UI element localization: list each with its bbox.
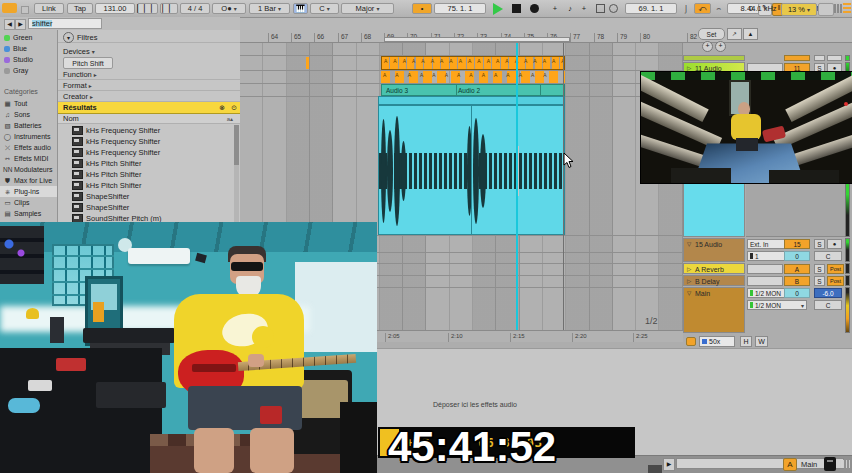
sidebar-item-instruments[interactable]: ◯Instruments	[0, 131, 57, 142]
audio-clip-row[interactable]: Audio 3 Audio 2	[381, 84, 565, 96]
browser-scrollbar[interactable]	[234, 125, 239, 235]
automation-arm-icon[interactable]: •	[412, 3, 432, 14]
nudge-up-icon[interactable]: ▏▏	[160, 3, 178, 14]
crossfade-a-button[interactable]: A	[783, 458, 797, 471]
reverb-routing-box[interactable]	[747, 264, 783, 274]
name-column-header[interactable]: Noma▴	[58, 114, 241, 124]
sidebar-item-sons[interactable]: ♫Sons	[0, 109, 57, 120]
set-locator-button[interactable]: Set	[698, 28, 725, 40]
loop-switch[interactable]: ⤺	[694, 3, 711, 14]
track15-pan-field[interactable]: C	[814, 251, 842, 261]
devices-filter-header[interactable]: Devices▾	[58, 46, 241, 57]
main-volume-field[interactable]: 0	[784, 288, 810, 298]
lock-envelopes-icon[interactable]: ▲	[743, 28, 758, 40]
fit-height-button[interactable]: H	[740, 336, 752, 347]
hot-swap-icon[interactable]: ⊙	[231, 104, 237, 112]
arrangement-position-field[interactable]: 75. 1. 1	[434, 3, 486, 14]
stop-button[interactable]	[512, 4, 521, 13]
sidebar-item-modulateurs[interactable]: NNModulateurs	[0, 164, 57, 175]
link-button[interactable]: Link	[34, 3, 64, 14]
track15-arm-button[interactable]: ●	[827, 239, 842, 249]
horizontal-scrollbar[interactable]	[676, 458, 844, 469]
loop-marker-end-icon[interactable]: +	[715, 41, 726, 52]
label-gray[interactable]: Gray	[0, 65, 57, 76]
unfold-track-icon[interactable]: ▷	[687, 278, 695, 284]
result-row[interactable]: ShapeShifter	[58, 202, 234, 213]
main-gain-field[interactable]: -6.0	[814, 288, 842, 298]
sidebar-item-effets-midi[interactable]: ⇿Effets MIDI	[0, 153, 57, 164]
sidebar-item-batteries[interactable]: ▧Batteries	[0, 120, 57, 131]
track-name-a-reverb[interactable]: ▷A Reverb	[683, 263, 745, 274]
groove-amount-menu[interactable]: O●▾	[212, 3, 246, 14]
sort-icon[interactable]: a▴	[227, 115, 233, 122]
label-blue[interactable]: Blue	[0, 43, 57, 54]
fit-width-button[interactable]: W	[755, 336, 768, 347]
track-name-main[interactable]: ▽Main	[683, 287, 745, 333]
pitch-shift-filter-chip[interactable]: Pitch Shift	[63, 57, 113, 69]
reverb-solo-button[interactable]: S	[814, 264, 825, 274]
result-row[interactable]: kHs Pitch Shifter	[58, 158, 234, 169]
reverb-send-badge[interactable]: A	[784, 264, 810, 274]
unfold-track-icon[interactable]: ▷	[687, 65, 695, 71]
punch-in-icon[interactable]	[596, 4, 605, 13]
result-row[interactable]: kHs Pitch Shifter	[58, 180, 234, 191]
result-row[interactable]: kHs Frequency Shifter	[58, 147, 234, 158]
midi-clip-row-sparse[interactable]: AAAAAAAAAAAAAA	[381, 71, 565, 83]
track15-solo-button[interactable]: S	[814, 239, 825, 249]
label-green[interactable]: Green	[0, 32, 57, 43]
loop-brace[interactable]	[384, 37, 570, 42]
label-studio[interactable]: Studio	[0, 54, 57, 65]
unfold-track-icon[interactable]: ▽	[687, 241, 695, 247]
midi-clip-row-dense[interactable]: AAAAAAAAAAAAAAAAAAAAAA	[381, 56, 565, 70]
delay-post-toggle[interactable]: Post	[827, 276, 844, 286]
delay-routing-box[interactable]	[747, 276, 783, 286]
track14-color-block[interactable]	[683, 183, 745, 237]
main-out-b-menu[interactable]: 1/2 MON▾	[747, 300, 807, 310]
time-signature-field[interactable]: 4 / 4	[180, 3, 210, 14]
punch-out-icon[interactable]	[609, 4, 618, 13]
unfold-track-icon[interactable]: ▽	[687, 290, 695, 296]
new-icon[interactable]: +	[578, 3, 590, 14]
track-partial-arm[interactable]	[827, 55, 842, 61]
track-partial-name[interactable]	[683, 55, 745, 61]
reverb-post-toggle[interactable]: Post	[827, 264, 844, 274]
overdub-icon[interactable]: +	[548, 3, 562, 14]
tempo-field[interactable]: 131.00	[95, 3, 135, 14]
main-pan-field[interactable]: C	[814, 300, 842, 310]
clear-search-icon[interactable]: ⊗	[219, 104, 225, 112]
delay-solo-button[interactable]: S	[814, 276, 825, 286]
audio16-clip-header[interactable]: Audio 16 AAAAAAAAAAAAAA Audio 16 AAAAAAA…	[378, 96, 565, 105]
creator-filter-header[interactable]: Creator▸	[58, 91, 241, 102]
punch-in-switch-icon[interactable]: ⌡	[680, 3, 692, 14]
track-name-15-audio[interactable]: ▽15 Audio	[683, 238, 745, 262]
cue-device-icon[interactable]	[824, 457, 836, 471]
track-partial-solo[interactable]	[814, 55, 825, 61]
loop-start-field[interactable]: 69. 1. 1	[625, 3, 677, 14]
root-note-menu[interactable]: C▾	[310, 3, 339, 14]
function-filter-header[interactable]: Function▸	[58, 69, 241, 80]
track-name-b-delay[interactable]: ▷B Delay	[683, 275, 745, 286]
results-header[interactable]: Résultats ⊗ ⊙	[58, 102, 241, 114]
result-row[interactable]: kHs Frequency Shifter	[58, 125, 234, 136]
cpu-load-meter[interactable]: 13 %▾	[781, 3, 817, 16]
tap-tempo-button[interactable]: Tap	[67, 3, 93, 14]
nudge-down-icon[interactable]: ▏▏▏	[137, 3, 158, 14]
zoom-level-field[interactable]: 50x	[699, 336, 735, 347]
result-row[interactable]: ShapeShifter	[58, 191, 234, 202]
scale-menu[interactable]: Major▾	[341, 3, 394, 14]
format-filter-header[interactable]: Format▸	[58, 80, 241, 91]
track15-volume-field[interactable]: 0	[784, 251, 810, 261]
follow-zoom-icon[interactable]	[686, 337, 696, 346]
sidebar-item-plug-ins[interactable]: ⎈Plug-ins	[0, 186, 57, 197]
sidebar-item-samples[interactable]: ▤Samples	[0, 208, 57, 219]
playhead[interactable]	[516, 43, 518, 330]
unfold-track-icon[interactable]: ▷	[687, 266, 695, 272]
delay-send-badge[interactable]: B	[784, 276, 810, 286]
browser-search-input[interactable]: shifter	[28, 18, 102, 29]
sidebar-item-tout[interactable]: ▦Tout	[0, 98, 57, 109]
sidebar-item-effets-audio[interactable]: ⤫Effets audio	[0, 142, 57, 153]
capture-midi-icon[interactable]: ♪	[562, 3, 578, 14]
scroll-right-icon[interactable]: ▶	[663, 458, 675, 471]
options-mini-button[interactable]	[21, 6, 29, 14]
result-row[interactable]: kHs Frequency Shifter	[58, 136, 234, 147]
